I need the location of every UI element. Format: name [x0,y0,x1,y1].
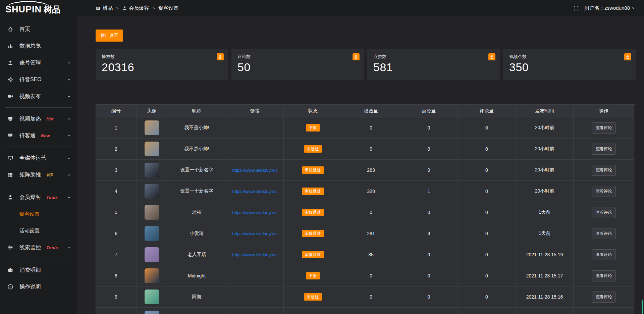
cell-comments: 0 [458,202,516,223]
stat-total-badge: 总 [217,53,224,60]
sidebar-item-label: 线索监控 [19,244,41,251]
view-comments-button[interactable]: 查看评论 [592,207,616,218]
cell-comments: 0 [458,244,516,265]
breadcrumb-item-会员爆客[interactable]: 会员爆客 [122,5,149,11]
cell-actions: 查看评论 [574,286,634,308]
fullscreen-icon[interactable] [573,5,579,11]
table-header-状态: 状态 [284,105,342,117]
sidebar-item-label: 矩阵助推 [19,171,41,178]
gear-icon [7,76,15,83]
cell-publish-time: 2021-11-28 15:19 [516,244,574,265]
sidebar-subitem-爆客设置[interactable]: 爆客设置 [0,206,77,222]
sidebar-item-会员爆客[interactable]: 会员爆客Tools [0,189,77,206]
table-header-播放量: 播放量 [342,105,400,117]
breadcrumb-item-树品[interactable]: 树品 [96,5,113,11]
video-link[interactable]: https://www.iesdouyin.c [232,231,277,236]
cell-id: 1 [96,117,137,139]
stat-value: 20316 [102,61,222,74]
view-comments-button[interactable]: 查看评论 [592,144,616,155]
sidebar-item-视频发布[interactable]: 视频发布 [0,88,77,105]
cell-comments: 0 [458,160,516,181]
username-menu[interactable]: 用户名：zswodun88 [584,5,635,11]
view-comments-button[interactable]: 查看评论 [592,270,616,281]
cell-id: 8 [96,265,137,286]
table-header-发布时间: 发布时间 [516,105,574,117]
svg-text:?: ? [9,285,11,289]
stat-total-badge: 总 [624,53,631,60]
sidebar-item-抖音SEO[interactable]: 抖音SEO [0,71,77,88]
sidebar-subitem-活动设置[interactable]: 活动设置 [0,222,77,239]
sidebar-subitem-label: 爆客设置 [19,211,40,217]
sidebar-item-消费明细[interactable]: 消费明细 [0,262,77,278]
view-comments-button[interactable]: 查看评论 [592,186,616,197]
cell-publish-time: 1天前 [516,223,574,244]
chevron-down-icon [67,173,71,177]
table-row: 9阿慧未通过0002021-11-28 15:16查看评论 [96,286,635,308]
user-icon [7,60,15,66]
cell-avatar [137,308,167,314]
cell-likes: 0 [400,117,458,139]
cell-actions: 查看评论 [574,117,634,139]
table-header-编号: 编号 [96,105,137,117]
breadcrumb-label: 爆客设置 [158,5,178,11]
view-comments-button[interactable]: 查看评论 [592,165,616,176]
stat-label: 播放数 [102,54,222,60]
cell-actions: 查看评论 [574,160,634,181]
cell-avatar [137,265,167,286]
status-badge-下架: 下架 [306,272,320,279]
avatar [145,247,159,262]
sidebar-item-label: 全媒体运营 [19,155,46,162]
cell-publish-time: 2021-11-28 15:16 [516,286,574,308]
cell-id: 4 [96,181,137,202]
table-row: 1我不是小帅!下架00020小时前查看评论 [96,117,635,139]
cell-nickname: 设置一个新名字 [167,160,226,181]
monitor-icon [7,155,15,161]
sidebar-item-全媒体运营[interactable]: 全媒体运营 [0,150,77,166]
video-link[interactable]: https://www.iesdouyin.c [232,168,277,173]
cell-likes: 0 [400,139,458,160]
cell-nickname [167,308,226,314]
avatar [145,205,159,220]
table-row: 7老人开店https://www.iesdouyin.c审核通过35002021… [96,244,635,265]
cell-link [226,286,284,308]
promo-settings-button[interactable]: 推广设置 [96,30,123,42]
video-link[interactable]: https://www.iesdouyin.c [232,210,277,215]
menu-divider [5,259,72,259]
cell-id: 9 [96,286,137,308]
stats-cards: 播放数20316总评论数50总点赞数581总视频个数350总 [96,49,636,80]
video-link[interactable]: https://www.iesdouyin.c [232,189,277,194]
table-header-链接: 链接 [226,105,284,117]
view-comments-button[interactable]: 查看评论 [592,292,616,303]
view-comments-button[interactable]: 查看评论 [592,228,616,239]
table-header-头像: 头像 [137,105,167,117]
sidebar-item-label: 抖客通 [19,132,36,139]
cell-status [284,308,342,314]
cell-nickname: 设置一个新名字 [167,181,226,202]
sidebar-item-数据总览[interactable]: 数据总览 [0,38,77,54]
table-row: 3设置一个新名字https://www.iesdouyin.c审核通过26300… [96,160,635,181]
breadcrumb-item-爆客设置[interactable]: 爆客设置 [158,5,178,11]
app-logo[interactable]: SHUPIN树品 [0,0,77,16]
breadcrumb-label: 会员爆客 [129,5,149,11]
scrollbar-thumb[interactable] [642,300,643,314]
cell-comments: 0 [458,139,516,160]
cell-id: 3 [96,160,137,181]
cell-comments: 0 [458,286,516,308]
sidebar-item-抖客通[interactable]: 抖客通New [0,127,77,144]
video-link[interactable]: https://www.iesdouyin.c [232,252,277,257]
view-comments-button[interactable]: 查看评论 [592,122,616,134]
sidebar-item-首页[interactable]: 首页 [0,21,77,38]
avatar [145,290,159,304]
view-comments-button[interactable]: 查看评论 [592,249,616,260]
menu-divider [5,147,72,147]
sidebar-item-矩阵助推[interactable]: 矩阵助推VIP [0,166,77,183]
cell-link [226,139,284,160]
sidebar-item-操作说明[interactable]: ?操作说明 [0,278,77,295]
table-row: 5老彬https://www.iesdouyin.c审核通过0001天前查看评论 [96,202,635,223]
sidebar-item-账号管理[interactable]: 账号管理 [0,54,77,71]
person-icon [122,6,127,11]
table-row: 8Midnight下架0002021-11-28 15:17查看评论 [96,265,635,286]
sidebar-item-视频加热[interactable]: 视频加热Hot [0,110,77,127]
table-header-row: 编号头像昵称链接状态播放量点赞量评论量发布时间操作 [96,105,635,117]
sidebar-item-线索监控[interactable]: 线索监控Tools [0,239,77,256]
